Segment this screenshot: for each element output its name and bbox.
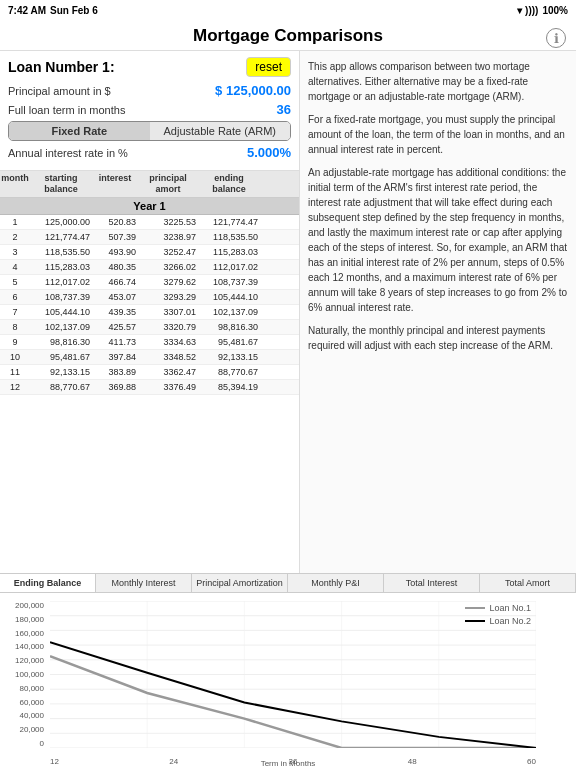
tab-total-interest[interactable]: Total Interest (384, 574, 480, 592)
loan-header: Loan Number 1: reset (8, 57, 291, 77)
year-header: Year 1 (0, 198, 299, 215)
description-paragraph: An adjustable-rate mortgage has addition… (308, 165, 568, 315)
legend-loan1-label: Loan No.1 (489, 603, 531, 613)
cell-interest: 411.73 (92, 335, 138, 349)
cell-starting: 108,737.39 (30, 290, 92, 304)
table-row: 7 105,444.10 439.35 3307.01 102,137.09 (0, 305, 299, 320)
cell-principal: 3362.47 (138, 365, 198, 379)
table-row: 1 125,000.00 520.83 3225.53 121,774.47 (0, 215, 299, 230)
cell-principal: 3266.02 (138, 260, 198, 274)
cell-ending: 88,770.67 (198, 365, 260, 379)
tab-fixed-rate[interactable]: Fixed Rate (9, 122, 150, 140)
cell-principal: 3279.62 (138, 275, 198, 289)
page-title: Mortgage Comparisons (193, 26, 383, 45)
table-row: 12 88,770.67 369.88 3376.49 85,394.19 (0, 380, 299, 395)
cell-interest: 453.07 (92, 290, 138, 304)
cell-ending: 95,481.67 (198, 335, 260, 349)
cell-starting: 112,017.02 (30, 275, 92, 289)
chart-legend: Loan No.1 Loan No.2 (465, 603, 531, 629)
description-paragraph: This app allows comparison between two m… (308, 59, 568, 104)
cell-ending: 115,283.03 (198, 245, 260, 259)
cell-month: 9 (0, 335, 30, 349)
loan-number-label: Loan Number 1: (8, 59, 115, 75)
table-rows: 1 125,000.00 520.83 3225.53 121,774.47 2… (0, 215, 299, 395)
col-ending: endingbalance (198, 173, 260, 195)
cell-month: 5 (0, 275, 30, 289)
loan1-line (50, 656, 536, 748)
cell-ending: 105,444.10 (198, 290, 260, 304)
cell-interest: 480.35 (92, 260, 138, 274)
cell-month: 8 (0, 320, 30, 334)
legend-loan1: Loan No.1 (465, 603, 531, 613)
tab-principal-amort[interactable]: Principal Amortization (192, 574, 288, 592)
table-row: 4 115,283.03 480.35 3266.02 112,017.02 (0, 260, 299, 275)
col-month: month (0, 173, 30, 195)
cell-principal: 3307.01 (138, 305, 198, 319)
cell-month: 10 (0, 350, 30, 364)
cell-interest: 466.74 (92, 275, 138, 289)
cell-starting: 118,535.50 (30, 245, 92, 259)
description-paragraph: For a fixed-rate mortgage, you must supp… (308, 112, 568, 157)
principal-label: Principal amount in $ (8, 85, 111, 97)
chart-svg (50, 601, 536, 748)
cell-month: 7 (0, 305, 30, 319)
cell-interest: 439.35 (92, 305, 138, 319)
cell-interest: 520.83 (92, 215, 138, 229)
interest-row: Annual interest rate in % 5.000% (8, 145, 291, 160)
tab-ending-balance[interactable]: Ending Balance (0, 574, 96, 592)
cell-month: 12 (0, 380, 30, 394)
info-icon[interactable]: ℹ (546, 28, 566, 48)
reset-button[interactable]: reset (246, 57, 291, 77)
cell-ending: 112,017.02 (198, 260, 260, 274)
description-box: This app allows comparison between two m… (300, 51, 576, 640)
chart-area: 200,000 180,000 160,000 140,000 120,000 … (0, 593, 576, 768)
status-day: Sun Feb 6 (50, 5, 98, 16)
term-label: Full loan term in months (8, 104, 125, 116)
cell-principal: 3320.79 (138, 320, 198, 334)
tab-total-amort[interactable]: Total Amort (480, 574, 576, 592)
cell-month: 1 (0, 215, 30, 229)
cell-ending: 118,535.50 (198, 230, 260, 244)
bottom-chart-section: Ending Balance Monthly Interest Principa… (0, 573, 576, 768)
table-row: 3 118,535.50 493.90 3252.47 115,283.03 (0, 245, 299, 260)
principal-value[interactable]: $ 125,000.00 (215, 83, 291, 98)
status-bar: 7:42 AM Sun Feb 6 ▾ )))) 100% (0, 0, 576, 20)
term-row: Full loan term in months 36 (8, 102, 291, 117)
interest-value[interactable]: 5.000% (247, 145, 291, 160)
legend-loan2-line (465, 620, 485, 622)
cell-principal: 3252.47 (138, 245, 198, 259)
cell-principal: 3293.29 (138, 290, 198, 304)
cell-interest: 493.90 (92, 245, 138, 259)
tab-monthly-interest[interactable]: Monthly Interest (96, 574, 192, 592)
chart-tabs: Ending Balance Monthly Interest Principa… (0, 574, 576, 593)
cell-interest: 369.88 (92, 380, 138, 394)
cell-starting: 102,137.09 (30, 320, 92, 334)
col-interest: interest (92, 173, 138, 195)
table-row: 11 92,133.15 383.89 3362.47 88,770.67 (0, 365, 299, 380)
table-row: 2 121,774.47 507.39 3238.97 118,535.50 (0, 230, 299, 245)
col-principal: principalamort (138, 173, 198, 195)
cell-starting: 125,000.00 (30, 215, 92, 229)
battery-status: 100% (542, 5, 568, 16)
status-time: 7:42 AM (8, 5, 46, 16)
cell-starting: 92,133.15 (30, 365, 92, 379)
table-row: 5 112,017.02 466.74 3279.62 108,737.39 (0, 275, 299, 290)
tab-monthly-pi[interactable]: Monthly P&I (288, 574, 384, 592)
term-value[interactable]: 36 (277, 102, 291, 117)
cell-principal: 3376.49 (138, 380, 198, 394)
cell-ending: 121,774.47 (198, 215, 260, 229)
tab-arm[interactable]: Adjustable Rate (ARM) (150, 122, 291, 140)
legend-loan1-line (465, 607, 485, 609)
cell-principal: 3238.97 (138, 230, 198, 244)
loan-section: Loan Number 1: reset Principal amount in… (0, 51, 299, 171)
cell-interest: 425.57 (92, 320, 138, 334)
cell-month: 2 (0, 230, 30, 244)
cell-starting: 105,444.10 (30, 305, 92, 319)
interest-label: Annual interest rate in % (8, 147, 128, 159)
cell-interest: 507.39 (92, 230, 138, 244)
x-axis-title: Term in Months (0, 759, 576, 768)
cell-starting: 95,481.67 (30, 350, 92, 364)
legend-loan2-label: Loan No.2 (489, 616, 531, 626)
cell-ending: 102,137.09 (198, 305, 260, 319)
col-starting: startingbalance (30, 173, 92, 195)
